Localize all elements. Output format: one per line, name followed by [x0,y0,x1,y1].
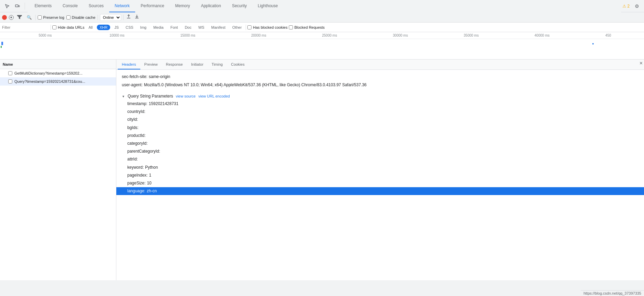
tab-network[interactable]: Network [109,0,135,12]
tab-security[interactable]: Security [227,0,252,12]
param-name-categoryId: categoryId [127,140,146,147]
settings-gear-icon[interactable]: ⚙ [632,2,641,11]
details-panel: × Headers Preview Response Initiator Tim… [116,60,644,280]
request-item-0[interactable]: GetMultiDictionary?timestamp=159202... [0,69,116,77]
param-attrId: attrId : [116,155,644,163]
param-countryId: countryId : [116,108,644,116]
import-button[interactable] [126,14,132,21]
view-url-encoded-button[interactable]: view URL encoded [198,94,230,98]
tab-elements[interactable]: Elements [29,0,57,12]
param-colon-11: : [144,188,145,194]
request-list: Name GetMultiDictionary?timestamp=159202… [0,60,116,280]
tab-performance[interactable]: Performance [135,0,170,12]
tab-sources[interactable]: Sources [83,0,109,12]
param-name-pageSize: pageSize [127,180,144,186]
network-toolbar: ■ 🔍 Preserve log Disable cache Online [0,12,644,23]
filter-icon[interactable] [16,14,23,21]
timeline-bars [0,39,644,60]
tick-25000: 25000 ms [322,34,337,37]
param-colon-6: : [159,148,160,155]
has-blocked-label[interactable]: Has blocked cookies [247,25,287,29]
details-tab-initiator[interactable]: Initiator [187,60,207,69]
filter-font[interactable]: Font [168,25,181,30]
filter-img[interactable]: Img [138,25,149,30]
param-pageIndex: pageIndex : 1 [116,171,644,179]
filter-all[interactable]: All [86,25,95,30]
filter-js[interactable]: JS [112,25,121,30]
filter-divider [51,25,51,30]
cursor-icon[interactable] [3,2,12,11]
param-value-pageIndex: 1 [149,172,151,179]
filter-xhr[interactable]: XHR [97,25,110,30]
search-icon[interactable]: 🔍 [25,14,33,21]
param-colon-2: : [137,116,138,123]
request-checkbox-0[interactable] [8,71,12,75]
timeline-dot [592,43,594,44]
timeline-bar-2 [1,46,2,48]
details-tab-cookies[interactable]: Cookies [227,60,249,69]
request-item-1[interactable]: Query?timestamp=1592021428731&cou... [0,77,116,86]
view-source-button[interactable]: view source [176,94,196,98]
section-toggle[interactable] [122,94,125,98]
request-name-0: GetMultiDictionary?timestamp=159202... [14,71,82,75]
record-button[interactable] [2,15,7,20]
param-keyword: keyword : Python [116,164,644,171]
filter-other[interactable]: Other [230,25,245,30]
has-blocked-checkbox[interactable] [247,25,252,29]
param-name-timestamp: timestamp [127,101,146,107]
param-name-countryId: countryId [127,108,144,115]
device-toggle-icon[interactable] [13,2,22,11]
blocked-requests-label[interactable]: Blocked Requests [289,25,325,29]
divider [35,15,36,20]
export-button[interactable] [134,14,140,21]
disable-cache-checkbox[interactable] [66,15,70,20]
hide-data-urls-checkbox[interactable] [52,25,56,29]
header-colon-0: : [146,74,147,80]
request-checkbox-1[interactable] [8,79,12,83]
divider2 [98,15,98,20]
headers-content: sec-fetch-site : same-origin user-agent … [116,70,644,92]
param-value-keyword: Python [145,164,158,171]
preserve-log-checkbox[interactable] [38,15,42,20]
request-name-1: Query?timestamp=1592021428731&cou... [14,79,85,83]
blocked-requests-checkbox[interactable] [289,25,293,29]
filter-divider2 [246,25,246,30]
details-tab-response[interactable]: Response [162,60,187,69]
tab-lighthouse[interactable]: Lighthouse [252,0,283,12]
param-bgIds: bgIds : [116,124,644,132]
tick-15000: 15000 ms [180,34,195,37]
details-tab-preview[interactable]: Preview [140,60,162,69]
divider [25,3,25,10]
details-tab-timing[interactable]: Timing [207,60,227,69]
tab-application[interactable]: Application [195,0,227,12]
param-colon-0: : [146,101,147,107]
param-timestamp: timestamp : 1592021428731 [116,100,644,108]
header-value-user-agent: Mozilla/5.0 (Windows NT 10.0; Win64; x64… [144,82,367,88]
tick-450: 450 [605,34,611,37]
filter-ws[interactable]: WS [195,25,207,30]
tick-5000: 5000 ms [39,34,52,37]
preserve-log-label[interactable]: Preserve log [38,15,64,20]
param-pageSize: pageSize : 10 [116,179,644,187]
param-colon-5: : [146,140,147,147]
stop-button[interactable]: ■ [9,15,14,20]
param-value-language: zh-cn [147,188,157,194]
tick-30000: 30000 ms [393,34,408,37]
throttle-select[interactable]: Online [100,14,121,21]
details-tab-headers[interactable]: Headers [118,60,140,69]
tab-memory[interactable]: Memory [170,0,195,12]
filter-media[interactable]: Media [151,25,166,30]
query-section-label: Query String Parameters [128,94,173,99]
filter-input[interactable] [2,25,49,29]
timeline-bar-1 [1,42,3,45]
hide-data-urls-label[interactable]: Hide data URLs [52,25,85,29]
top-right-area: ⚠ 2 ⚙ [622,2,641,11]
disable-cache-label[interactable]: Disable cache [66,15,95,20]
tab-console[interactable]: Console [57,0,83,12]
filter-doc[interactable]: Doc [182,25,194,30]
close-details-button[interactable]: × [640,60,643,66]
filter-css[interactable]: CSS [123,25,136,30]
tick-10000: 10000 ms [110,34,125,37]
param-colon-8: : [143,164,144,171]
filter-manifest[interactable]: Manifest [208,25,228,30]
